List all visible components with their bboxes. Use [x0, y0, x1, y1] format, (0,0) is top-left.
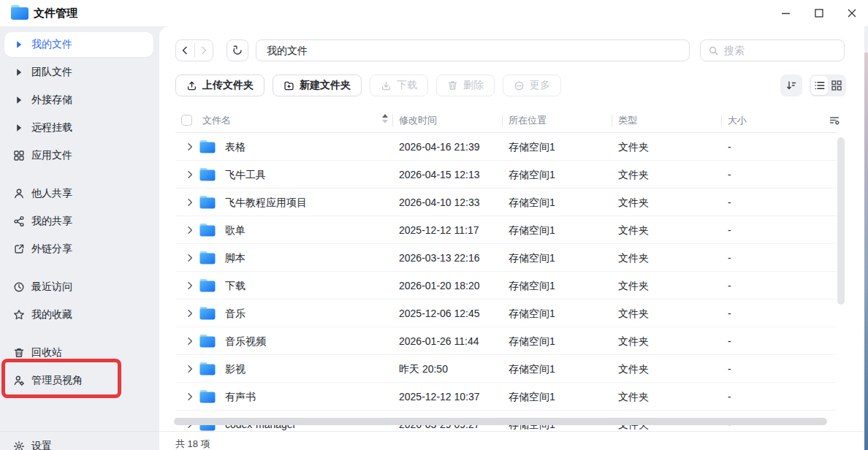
table-row[interactable]: 飞牛工具2026-04-15 12:13存储空间1文件夹-: [175, 161, 837, 188]
list-view-button[interactable]: [811, 76, 828, 95]
cell-name: 飞牛工具: [225, 161, 266, 188]
toolbar-button[interactable]: 下载: [370, 75, 428, 96]
toolbar-button[interactable]: 上传文件夹: [175, 75, 264, 96]
sidebar-item[interactable]: 我的文件: [4, 32, 153, 57]
toolbar-actions: 上传文件夹新建文件夹下载删除更多: [175, 75, 561, 96]
sidebar-item[interactable]: 回收站: [0, 340, 159, 365]
table-row[interactable]: 影视昨天 20:50存储空间1文件夹-: [175, 355, 837, 383]
toolbar-button[interactable]: 删除: [436, 75, 495, 96]
column-header-time[interactable]: 修改时间: [399, 108, 437, 133]
trash-icon: [447, 80, 458, 91]
minimize-button[interactable]: [769, 0, 802, 26]
expand-chevron-icon[interactable]: [185, 364, 195, 374]
cell-size: -: [728, 244, 731, 272]
toolbar-button[interactable]: 新建文件夹: [273, 75, 362, 96]
path-bar[interactable]: 我的文件: [256, 39, 690, 61]
admin-user-icon: [13, 375, 25, 386]
back-button[interactable]: [176, 40, 194, 61]
expand-chevron-icon[interactable]: [185, 169, 195, 180]
refresh-button[interactable]: [226, 39, 248, 61]
cell-name: 表格: [225, 133, 245, 161]
sidebar-group: 他人共享我的共享外链分享: [0, 181, 159, 262]
sidebar-group: 我的文件团队文件外接存储远程挂载应用文件: [0, 32, 159, 168]
expand-chevron-icon[interactable]: [185, 197, 195, 207]
cell-name: 歌单: [225, 216, 245, 244]
workspace: 我的文件团队文件外接存储远程挂载应用文件他人共享我的共享外链分享最近访问我的收藏…: [0, 26, 868, 450]
sidebar-item[interactable]: 外链分享: [0, 237, 159, 262]
cell-time: 2026-04-15 12:13: [399, 161, 480, 188]
table-header: 文件名 修改时间 所在位置 类型 大小: [175, 108, 837, 133]
search-input[interactable]: [724, 45, 826, 56]
sidebar-item-settings[interactable]: 设置: [0, 435, 159, 450]
sort-button[interactable]: [780, 75, 802, 96]
select-all-checkbox[interactable]: [181, 115, 192, 126]
expand-chevron-icon[interactable]: [185, 336, 195, 346]
table-row[interactable]: 下载2026-01-20 18:20存储空间1文件夹-: [175, 272, 837, 300]
forward-button[interactable]: [195, 40, 213, 61]
sidebar-item[interactable]: 外接存储: [0, 88, 159, 113]
table-row[interactable]: 表格2026-04-16 21:39存储空间1文件夹-: [175, 133, 837, 161]
sort-arrows-icon[interactable]: [382, 114, 388, 123]
sidebar-item[interactable]: 团队文件: [0, 60, 159, 85]
expand-chevron-icon[interactable]: [185, 281, 195, 291]
cell-location: 存储空间1: [509, 327, 555, 355]
table-row[interactable]: 歌单2025-12-12 11:17存储空间1文件夹-: [175, 216, 837, 244]
folder-file-icon: [199, 195, 216, 209]
toolbar-button[interactable]: 更多: [503, 75, 561, 96]
grid-view-button[interactable]: [828, 76, 845, 95]
sidebar-item-label: 应用文件: [31, 149, 72, 162]
table-row[interactable]: 有声书2025-12-12 10:37存储空间1文件夹-: [175, 383, 837, 411]
sidebar-item[interactable]: 我的共享: [0, 209, 159, 234]
table-row[interactable]: 脚本2026-03-13 22:16存储空间1文件夹-: [175, 244, 837, 272]
folder-file-icon: [199, 278, 216, 292]
expand-chevron-icon[interactable]: [185, 392, 195, 402]
sidebar-item[interactable]: 他人共享: [0, 181, 159, 206]
new-folder-icon: [283, 80, 294, 91]
cell-size: -: [728, 161, 731, 188]
table-row[interactable]: 音乐2025-12-06 12:45存储空间1文件夹-: [175, 300, 837, 327]
sidebar-item-label: 设置: [31, 440, 52, 450]
maximize-button[interactable]: [802, 0, 835, 26]
expand-chevron-icon[interactable]: [185, 253, 195, 263]
close-button[interactable]: [835, 0, 868, 26]
desktop-edge-strip: [864, 53, 868, 450]
cell-location: 存储空间1: [509, 133, 555, 161]
cell-name: 飞牛教程应用项目: [225, 188, 307, 216]
sidebar-item[interactable]: 应用文件: [0, 143, 159, 168]
caret-right-icon: [13, 122, 25, 134]
sidebar-item[interactable]: 我的收藏: [0, 302, 159, 327]
cell-type: 文件夹: [618, 161, 649, 188]
cell-location: 存储空间1: [509, 300, 555, 327]
table-row[interactable]: 飞牛教程应用项目2026-04-10 12:33存储空间1文件夹-: [175, 188, 837, 216]
table-row[interactable]: 音乐视频2026-01-26 11:44存储空间1文件夹-: [175, 327, 837, 355]
column-header-type[interactable]: 类型: [618, 108, 637, 133]
expand-chevron-icon[interactable]: [185, 225, 195, 235]
column-divider: [392, 115, 393, 126]
vertical-scrollbar[interactable]: [837, 137, 845, 305]
expand-chevron-icon[interactable]: [185, 308, 195, 319]
sidebar-item-label: 最近访问: [31, 281, 72, 294]
folder-file-icon: [199, 334, 216, 348]
column-header-name[interactable]: 文件名: [202, 108, 231, 133]
cell-name: 音乐视频: [225, 327, 266, 355]
toolbar-button-label: 更多: [530, 79, 550, 92]
cell-time: 2026-04-10 12:33: [399, 188, 480, 216]
sidebar-item[interactable]: 远程挂载: [0, 115, 159, 140]
sidebar-item-label: 管理员视角: [31, 374, 83, 387]
column-header-location[interactable]: 所在位置: [509, 108, 547, 133]
sidebar-item-label: 外链分享: [31, 243, 72, 256]
column-header-size[interactable]: 大小: [728, 108, 747, 133]
cell-time: 2025-12-12 10:37: [399, 383, 480, 411]
sidebar-item[interactable]: 最近访问: [0, 275, 159, 300]
search-icon: [708, 45, 719, 56]
sidebar-item-label: 外接存储: [31, 94, 72, 107]
sidebar-item-label: 我的收藏: [31, 308, 72, 321]
app-title: 文件管理: [34, 0, 77, 26]
sidebar-item[interactable]: 管理员视角: [0, 368, 159, 393]
sidebar: 我的文件团队文件外接存储远程挂载应用文件他人共享我的共享外链分享最近访问我的收藏…: [0, 26, 159, 450]
column-settings-icon[interactable]: [828, 114, 841, 127]
cell-type: 文件夹: [618, 216, 649, 244]
expand-chevron-icon[interactable]: [185, 142, 195, 152]
sidebar-item-label: 远程挂载: [31, 121, 72, 134]
horizontal-scrollbar[interactable]: [174, 418, 827, 425]
